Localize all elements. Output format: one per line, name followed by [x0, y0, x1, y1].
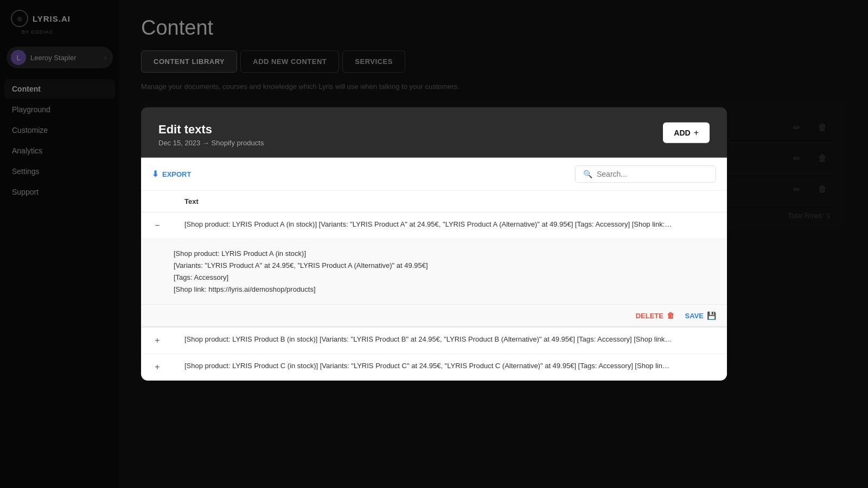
col-toggle	[141, 191, 174, 213]
export-button[interactable]: ⬇ EXPORT	[152, 169, 191, 179]
edit-texts-modal: Edit texts Dec 15, 2023 → Shopify produc…	[141, 107, 727, 381]
collapse-toggle[interactable]: −	[152, 220, 163, 231]
modal-subtitle: Dec 15, 2023 → Shopify products	[158, 139, 264, 147]
table-toolbar: ⬇ EXPORT 🔍	[141, 158, 727, 191]
search-input[interactable]	[597, 170, 705, 178]
expanded-row: [Shop product: LYRIS Product A (in stock…	[141, 239, 727, 304]
export-icon: ⬇	[152, 169, 159, 179]
row-short-text: [Shop product: LYRIS Product B (in stock…	[184, 335, 673, 343]
table-row: − [Shop product: LYRIS Product A (in sto…	[141, 212, 727, 239]
table-row: + [Shop product: LYRIS Product B (in sto…	[141, 327, 727, 354]
action-row: DELETE 🗑 SAVE 💾	[141, 305, 727, 328]
add-button[interactable]: ADD +	[663, 123, 710, 143]
search-icon: 🔍	[583, 170, 592, 178]
save-button[interactable]: SAVE 💾	[685, 311, 716, 320]
data-table: Text − [Shop product: LYRIS Product A (i…	[141, 191, 727, 381]
delete-button[interactable]: DELETE 🗑	[636, 311, 674, 320]
search-box: 🔍	[575, 165, 716, 183]
row-short-text: [Shop product: LYRIS Product C (in stock…	[184, 362, 673, 370]
expand-toggle[interactable]: +	[152, 362, 163, 373]
expand-toggle[interactable]: +	[152, 335, 163, 346]
plus-icon: +	[694, 128, 699, 138]
trash-icon: 🗑	[667, 311, 674, 320]
expanded-text: [Shop product: LYRIS Product A (in stock…	[174, 248, 716, 296]
col-text-header: Text	[174, 191, 727, 213]
table-row: + [Shop product: LYRIS Product C (in sto…	[141, 354, 727, 381]
save-icon: 💾	[707, 311, 716, 320]
modal-title-area: Edit texts Dec 15, 2023 → Shopify produc…	[158, 123, 264, 147]
modal-header: Edit texts Dec 15, 2023 → Shopify produc…	[141, 107, 727, 158]
modal-body: ⬇ EXPORT 🔍 Text −	[141, 158, 727, 381]
row-short-text: [Shop product: LYRIS Product A (in stock…	[184, 220, 673, 228]
modal-title: Edit texts	[158, 123, 264, 137]
